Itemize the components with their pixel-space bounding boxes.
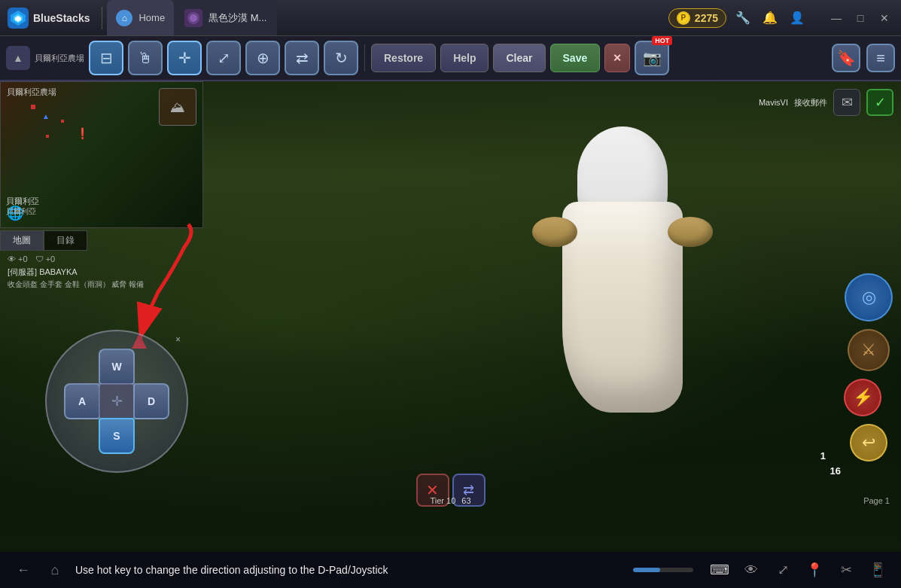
minimap-title: 貝爾利亞農場 [7,87,56,98]
toolbar-separator [364,44,365,72]
link-icon: ⊟ [100,49,113,67]
char-shoulder-l [532,217,577,247]
right-action-area: ◎ ⚔ ⚡ ↩ [844,273,893,462]
action-row-2: ⚔ [848,329,890,371]
skill-button-2[interactable]: ⚔ [848,329,890,371]
close-toolbar-button[interactable]: ✕ [604,44,630,72]
resize-icon: ⤢ [218,49,230,67]
confirm-button[interactable]: ✓ [866,89,893,116]
keyboard-button[interactable]: ⌨ [708,559,731,581]
joystick-close-button[interactable]: × [175,334,181,345]
location-pin-button[interactable]: 📍 [803,559,826,581]
skill-button-3[interactable]: ⚡ [844,379,881,416]
menu-icon: ≡ [876,50,885,67]
page-label: Page 1 [863,496,890,505]
char-shoulder-r [668,217,713,247]
mail-area: MavisVI 接收郵件 ✉ ✓ [759,89,893,116]
home-nav-button[interactable]: ⌂ [44,559,66,581]
cursor-tool-button[interactable]: 🖱 [128,41,163,75]
screenshot-button[interactable]: 📷 HOT [635,41,669,75]
menu-button[interactable]: ≡ [866,44,895,72]
close-button[interactable]: ✕ [875,9,893,27]
bottom-nav-area: ⌨ 👁 ⤢ 📍 ✂ 📱 [708,559,889,581]
player-name: MavisVI [759,98,788,107]
collapse-button[interactable]: ▲ [6,46,30,70]
map-tab-map[interactable]: 地圖 [0,230,44,251]
map-tab-directory[interactable]: 目錄 [44,230,87,251]
action-row-1: ◎ [845,273,893,321]
account-btn[interactable]: 👤 [787,8,808,29]
action-row-4: ↩ [850,424,887,462]
search-icon-btn[interactable]: 🔧 [732,8,753,29]
extra-icon: 🔖 [837,49,856,67]
target-icon: ⊕ [257,49,269,67]
maximize-button[interactable]: □ [851,9,869,27]
eye-toggle-button[interactable]: 👁 [740,559,763,581]
title-divider [102,7,102,29]
map-tabs: 地圖 目錄 [0,230,87,251]
bluestacks-logo [8,8,29,29]
collapse-icon: ▲ [13,52,23,64]
character-area [434,96,811,533]
dpad-left-button[interactable]: A [64,383,100,419]
server-label: [伺服器] BABAYKA [8,267,144,278]
quest-icon: ❗ [76,127,89,139]
char-thumb: ⛰ [159,88,196,126]
save-button[interactable]: Save [550,44,601,72]
fullscreen-button[interactable]: ⤢ [772,559,794,581]
dpad-icon: ✛ [178,49,191,67]
game-viewport: 貝爾利亞農場 🌐 ❗ ▲ ⛰ 貝爾利亞 貝爾利亞 地圖 目錄 👁 +0 🛡 +0… [0,81,901,552]
app-logo-area: BlueStacks [0,8,97,29]
character-figure [510,126,735,503]
dpad-up-button[interactable]: W [99,349,135,385]
dpad-center: ✛ [99,383,135,419]
cursor-icon: 🖱 [138,50,153,67]
game-icon [184,9,202,27]
help-button[interactable]: Help [440,44,489,72]
skill-button-4[interactable]: ↩ [850,424,887,462]
tier-info: Tier 10 63 [430,496,470,505]
shield-icon-stat: 🛡 +0 [35,254,56,264]
target-tool-button[interactable]: ⊕ [245,41,280,75]
mobile-view-button[interactable]: 📱 [866,559,889,581]
home-tab[interactable]: ⌂ Home [107,0,174,35]
swap-tool-button[interactable]: ⇄ [285,41,319,75]
player-items-label: 收金頭盔 金手套 金鞋（雨洞） 威脅 報備 [8,279,144,290]
resize-tool-button[interactable]: ⤢ [206,41,241,75]
restore-button[interactable]: Restore [371,44,436,72]
home-tab-label: Home [138,12,165,23]
dpad-tool-button[interactable]: ✛ [167,41,202,75]
hint-progress-fill [633,568,660,572]
mail-button[interactable]: ✉ [833,89,860,116]
clear-button[interactable]: Clear [493,44,545,72]
skill-button-1[interactable]: ◎ [845,273,893,321]
location-label2: 貝爾利亞 [6,206,36,217]
dpad-center-icon: ✛ [111,393,123,410]
hot-badge: HOT [652,36,672,45]
mail-label: 接收郵件 [794,97,827,108]
coin-display: P 2275 [668,8,726,28]
rotate-icon: ↻ [335,49,348,67]
extra-tool-button[interactable]: 🔖 [832,44,860,72]
svg-point-6 [190,14,197,22]
home-tab-icon: ⌂ [116,10,132,26]
back-button[interactable]: ← [12,559,35,581]
game-tab[interactable]: 黒色沙漠 M... [174,0,277,35]
dpad-right-button[interactable]: D [133,383,169,419]
rotate-tool-button[interactable]: ↻ [324,41,358,75]
toolbar-map-title: 貝爾利亞農場 [35,53,84,64]
joystick-background: × W A ✛ D S [45,330,188,473]
eye-icon: 👁 +0 [8,254,28,264]
num-badge-16: 16 [830,465,841,477]
minimize-button[interactable]: — [827,9,845,27]
game-tab-label: 黒色沙漠 M... [209,11,266,25]
action-row-3: ⚡ [844,379,893,416]
link-tool-button[interactable]: ⊟ [89,41,123,75]
num-badge-1: 1 [820,450,826,462]
hintbar: ← ⌂ Use hot key to change the direction … [0,552,901,588]
dpad-down-button[interactable]: S [99,418,135,454]
location-icon: ▲ [42,112,50,120]
cut-button[interactable]: ✂ [835,559,857,581]
dpad-joystick: × W A ✛ D S [45,330,188,473]
notification-btn[interactable]: 🔔 [759,8,781,29]
